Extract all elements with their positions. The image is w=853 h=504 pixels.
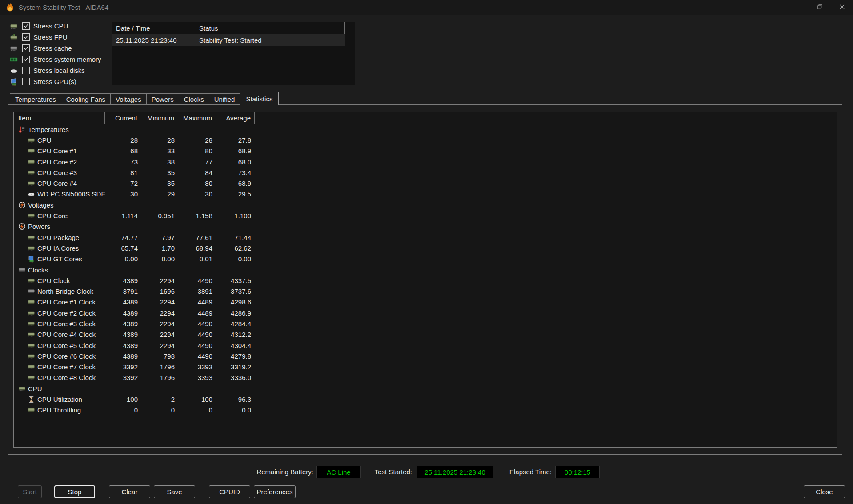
restore-button[interactable]	[809, 0, 831, 15]
table-row[interactable]: CPU Core #3 Clock 4389 2294 4490 4284.4	[14, 318, 837, 329]
cell-minimum: 7.97	[141, 234, 178, 241]
cpuid-button[interactable]: CPUID	[209, 485, 250, 498]
clear-button[interactable]: Clear	[109, 485, 150, 498]
cell-current: 68	[105, 147, 141, 155]
cell-average: 71.44	[216, 234, 255, 241]
cpu-chip-icon	[27, 233, 35, 241]
tab-unified[interactable]: Unified	[209, 93, 240, 105]
svg-text:123: 123	[12, 33, 16, 36]
cpu-chip-icon	[27, 406, 35, 414]
stop-button[interactable]: Stop	[54, 485, 95, 498]
tab-cooling-fans[interactable]: Cooling Fans	[61, 93, 111, 105]
row-label: CPU Core #1 Clock	[37, 298, 96, 306]
stress-option-stress-fpu: 123 Stress FPU	[9, 32, 101, 43]
cell-current: 4389	[105, 320, 141, 328]
stress-option-checkbox[interactable]	[22, 33, 30, 41]
close-window-button[interactable]	[831, 0, 853, 15]
table-row[interactable]: CPU Core #1 Clock 4389 2294 4489 4298.6	[14, 297, 837, 308]
column-header-average[interactable]: Average	[216, 112, 255, 124]
table-row[interactable]: CPU GT Cores 0.00 0.00 0.01 0.00	[14, 254, 837, 264]
table-row[interactable]: CPU Throttling 0 0 0 0.0	[14, 405, 837, 416]
close-button[interactable]: Close	[804, 485, 845, 498]
cell-average: 4337.5	[216, 277, 255, 284]
row-label: CPU Core #4	[37, 180, 77, 187]
table-row[interactable]: CPU Core #2 Clock 4389 2294 4489 4286.9	[14, 308, 837, 318]
save-button[interactable]: Save	[154, 485, 195, 498]
cell-minimum: 0.951	[141, 212, 178, 220]
table-group-row[interactable]: Voltages	[14, 200, 837, 210]
start-button[interactable]: Start	[18, 485, 42, 498]
log-row[interactable]: 25.11.2025 21:23:40 Stability Test: Star…	[112, 34, 345, 46]
stress-options-list: Stress CPU 123 Stress FPU Stress cache S…	[9, 20, 101, 87]
gray-chip-icon	[27, 288, 35, 296]
tab-statistics[interactable]: Statistics	[240, 92, 279, 105]
titlebar: System Stability Test - AIDA64	[0, 0, 853, 15]
table-group-row[interactable]: Temperatures	[14, 124, 837, 135]
row-label: CPU Core #8 Clock	[37, 374, 96, 381]
elapsed-time-value: 00:12:15	[555, 466, 600, 478]
tab-temperatures[interactable]: Temperatures	[10, 93, 61, 105]
cpu-chip-icon	[18, 384, 26, 392]
table-row[interactable]: CPU Utilization 100 2 100 96.3	[14, 394, 837, 404]
cpu-chip-icon	[27, 298, 35, 306]
stress-option-checkbox[interactable]	[22, 78, 30, 85]
row-label: CPU Core #4 Clock	[37, 331, 96, 338]
cell-current: 4389	[105, 331, 141, 338]
cell-minimum: 28	[141, 136, 178, 144]
cpu-chip-icon	[27, 309, 35, 317]
cell-minimum: 2	[141, 396, 178, 403]
table-row[interactable]: CPU Core #8 Clock 3392 1796 3393 3336.0	[14, 372, 837, 383]
table-row[interactable]: CPU Core #6 Clock 4389 798 4490 4279.8	[14, 351, 837, 361]
table-group-row[interactable]: Powers	[14, 221, 837, 232]
table-row[interactable]: CPU 28 28 28 27.8	[14, 135, 837, 145]
cell-average: 3319.2	[216, 363, 255, 371]
column-header-current[interactable]: Current	[105, 112, 141, 124]
table-row[interactable]: CPU Package 74.77 7.97 77.61 71.44	[14, 232, 837, 243]
stress-option-label: Stress system memory	[33, 56, 101, 63]
cell-current: 3392	[105, 374, 141, 381]
stress-option-checkbox[interactable]	[22, 67, 30, 74]
cell-maximum: 3891	[178, 288, 216, 295]
row-label: CPU Clock	[37, 277, 70, 284]
column-header-maximum[interactable]: Maximum	[178, 112, 216, 124]
table-row[interactable]: CPU Core #5 Clock 4389 2294 4490 4304.4	[14, 340, 837, 351]
table-row[interactable]: CPU Core #2 73 38 77 68.0	[14, 156, 837, 167]
table-row[interactable]: North Bridge Clock 3791 1696 3891 3737.6	[14, 286, 837, 296]
cpu-chip-icon	[27, 168, 35, 176]
stress-option-checkbox[interactable]	[22, 22, 30, 30]
minimize-button[interactable]	[786, 0, 809, 15]
table-group-row[interactable]: CPU	[14, 383, 837, 394]
log-row-status: Stability Test: Started	[195, 34, 345, 46]
stress-option-checkbox[interactable]	[22, 44, 30, 52]
table-row[interactable]: CPU Core #4 Clock 4389 2294 4490 4312.2	[14, 329, 837, 340]
row-label: CPU Core #3	[37, 169, 77, 176]
stress-option-checkbox[interactable]	[22, 56, 30, 63]
column-header-item[interactable]: Item	[14, 112, 105, 124]
table-row[interactable]: CPU Core 1.114 0.951 1.158 1.100	[14, 210, 837, 221]
tab-clocks[interactable]: Clocks	[179, 93, 209, 105]
table-row[interactable]: CPU Core #3 81 35 84 73.4	[14, 167, 837, 178]
cell-minimum: 1796	[141, 363, 178, 371]
cell-maximum: 77	[178, 158, 216, 166]
table-row[interactable]: CPU IA Cores 65.74 1.70 68.94 62.62	[14, 243, 837, 253]
column-header-minimum[interactable]: Minimum	[141, 112, 178, 124]
preferences-button[interactable]: Preferences	[254, 485, 296, 498]
table-row[interactable]: CPU Core #7 Clock 3392 1796 3393 3319.2	[14, 362, 837, 372]
gpu-icon	[9, 78, 19, 86]
table-row[interactable]: CPU Core #4 72 35 80 68.9	[14, 178, 837, 188]
log-column-datetime[interactable]: Date / Time	[112, 22, 195, 34]
tab-powers[interactable]: Powers	[146, 93, 179, 105]
hourglass-icon	[27, 396, 35, 404]
minimize-icon	[795, 4, 801, 11]
table-group-row[interactable]: Clocks	[14, 264, 837, 275]
table-row[interactable]: CPU Core #1 68 33 80 68.9	[14, 146, 837, 156]
cell-average: 0.0	[216, 406, 255, 414]
cell-average: 68.0	[216, 158, 255, 166]
cell-average: 4304.4	[216, 342, 255, 349]
cell-maximum: 4489	[178, 298, 216, 306]
table-row[interactable]: WD PC SN5000S SDE... 30 29 30 29.5	[14, 189, 837, 200]
table-row[interactable]: CPU Clock 4389 2294 4490 4337.5	[14, 275, 837, 286]
cell-average: 3737.6	[216, 288, 255, 295]
tab-voltages[interactable]: Voltages	[110, 93, 147, 105]
log-column-status[interactable]: Status	[195, 22, 345, 34]
